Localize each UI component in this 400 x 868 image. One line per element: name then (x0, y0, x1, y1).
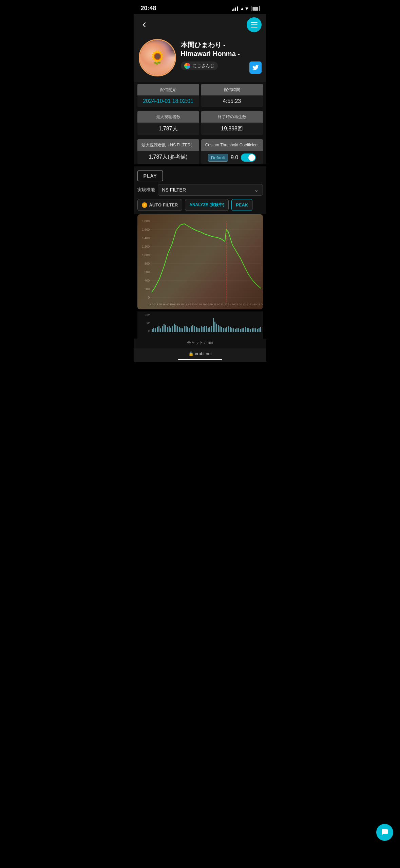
svg-rect-87 (231, 328, 232, 332)
mini-chart: 160 80 0 (137, 311, 263, 339)
stat-label-duration: 配信時間 (201, 84, 263, 95)
header (134, 14, 266, 36)
svg-text:80: 80 (147, 321, 150, 324)
toggle-knob (248, 154, 255, 161)
home-indicator (178, 359, 222, 360)
lock-icon: 🔒 (188, 351, 194, 356)
svg-rect-74 (209, 327, 210, 332)
auto-filter-button[interactable]: ⚡ AUTO FILTER (137, 199, 183, 211)
back-button[interactable] (139, 19, 150, 30)
svg-rect-96 (247, 328, 248, 332)
svg-rect-100 (253, 328, 254, 332)
svg-rect-44 (158, 326, 159, 332)
menu-button[interactable] (247, 17, 262, 32)
svg-rect-104 (260, 327, 261, 332)
wifi-icon: ▲▼ (240, 6, 249, 11)
svg-rect-58 (182, 328, 183, 332)
profile-section: 🌻 本間ひまわり - Himawari Honma - にじさんじ (134, 36, 266, 82)
auto-filter-label: AUTO FILTER (149, 202, 178, 207)
avatar: 🌻 (139, 39, 176, 76)
status-time: 20:48 (141, 5, 156, 12)
peak-button[interactable]: PEAK (231, 199, 252, 211)
stat-card-end-plays: 終了時の再生数 19,898回 (201, 111, 263, 135)
analyze-button[interactable]: ANALYZE (実験中) (185, 199, 229, 211)
svg-rect-59 (184, 326, 185, 332)
stat-value-ns-filter: 1,787人(参考値) (137, 151, 199, 163)
analyze-label: ANALYZE (実験中) (189, 202, 224, 208)
svg-rect-95 (245, 327, 246, 332)
svg-rect-72 (206, 326, 207, 332)
profile-info: 本間ひまわり - Himawari Honma - にじさんじ (181, 39, 262, 74)
svg-rect-61 (187, 327, 188, 332)
chevron-down-icon: ⌄ (254, 187, 259, 193)
mini-chart-svg: 160 80 0 (137, 311, 263, 335)
nijisanji-label: にじさんじ (192, 63, 214, 69)
stats-grid: 配信開始 2024-10-01 18:02:01 配信時間 4:55:23 最大… (134, 82, 266, 164)
svg-rect-49 (167, 327, 168, 332)
stats-row-2: 最大視聴者数 1,787人 終了時の再生数 19,898回 (137, 109, 263, 135)
svg-rect-84 (226, 327, 227, 332)
svg-rect-91 (238, 328, 239, 332)
svg-rect-89 (235, 329, 236, 332)
filter-selected-value: NS FILTER (162, 187, 186, 193)
svg-rect-55 (177, 326, 178, 332)
svg-rect-62 (189, 328, 190, 332)
profile-name-line1: 本間ひまわり - (181, 41, 226, 49)
threshold-section: Default 9.0 (201, 151, 263, 164)
svg-rect-51 (170, 328, 171, 332)
svg-rect-67 (197, 328, 198, 332)
battery-icon: ▓▓ (251, 6, 259, 11)
svg-rect-86 (230, 327, 231, 332)
svg-rect-77 (214, 322, 215, 332)
threshold-value: 9.0 (231, 155, 238, 161)
filter-row: 実験機能 NS FILTER ⌄ (134, 184, 266, 199)
default-badge: Default (208, 154, 228, 162)
svg-rect-88 (233, 328, 234, 332)
svg-rect-46 (162, 326, 163, 332)
stat-value-max-viewers: 1,787人 (137, 123, 199, 135)
svg-rect-56 (179, 327, 180, 332)
svg-rect-102 (257, 329, 258, 332)
stat-value-start: 2024-10-01 18:02:01 (137, 95, 199, 107)
svg-rect-81 (221, 327, 222, 332)
domain-text: vrabi.net (195, 351, 212, 356)
filter-select[interactable]: NS FILTER ⌄ (158, 184, 263, 196)
svg-rect-73 (208, 328, 209, 332)
play-button[interactable]: PLAY (137, 170, 163, 181)
chart-background-image (137, 214, 263, 309)
svg-rect-43 (157, 327, 158, 332)
avatar-image: 🌻 (140, 40, 175, 75)
svg-rect-93 (242, 328, 243, 332)
action-row: ⚡ AUTO FILTER ANALYZE (実験中) PEAK (134, 199, 266, 214)
svg-rect-65 (194, 326, 195, 332)
svg-rect-60 (186, 326, 187, 332)
play-section: PLAY (134, 166, 266, 184)
svg-rect-80 (220, 326, 221, 332)
threshold-toggle[interactable] (241, 153, 256, 162)
status-icons: ▲▼ ▓▓ (232, 6, 260, 11)
stat-label-end-plays: 終了時の再生数 (201, 111, 263, 123)
twitter-button[interactable] (249, 61, 262, 74)
stats-row-1: 配信開始 2024-10-01 18:02:01 配信時間 4:55:23 (137, 82, 263, 107)
stat-card-start: 配信開始 2024-10-01 18:02:01 (137, 84, 199, 107)
svg-rect-99 (252, 328, 253, 332)
signal-icon (232, 6, 238, 11)
stat-label-start: 配信開始 (137, 84, 199, 95)
svg-rect-64 (192, 325, 193, 332)
stat-label-max-viewers: 最大視聴者数 (137, 111, 199, 123)
svg-rect-57 (180, 328, 182, 332)
svg-text:0: 0 (148, 329, 150, 332)
svg-rect-68 (199, 328, 200, 332)
svg-rect-97 (248, 328, 249, 332)
stat-card-ns-filter: 最大視聴者数（NS FILTER） 1,787人(参考値) (137, 139, 199, 164)
stat-value-duration: 4:55:23 (201, 95, 263, 107)
stat-label-ns-filter: 最大視聴者数（NS FILTER） (137, 139, 199, 151)
svg-rect-79 (218, 325, 219, 332)
stat-value-end-plays: 19,898回 (201, 123, 263, 135)
domain-bar: 🔒 vrabi.net (134, 351, 266, 356)
svg-rect-78 (216, 324, 217, 332)
svg-rect-54 (175, 325, 176, 332)
svg-rect-98 (250, 329, 251, 332)
main-chart: 1,800 1,600 1,400 1,200 1,000 800 600 40… (137, 214, 263, 309)
status-bar: 20:48 ▲▼ ▓▓ (134, 0, 266, 14)
